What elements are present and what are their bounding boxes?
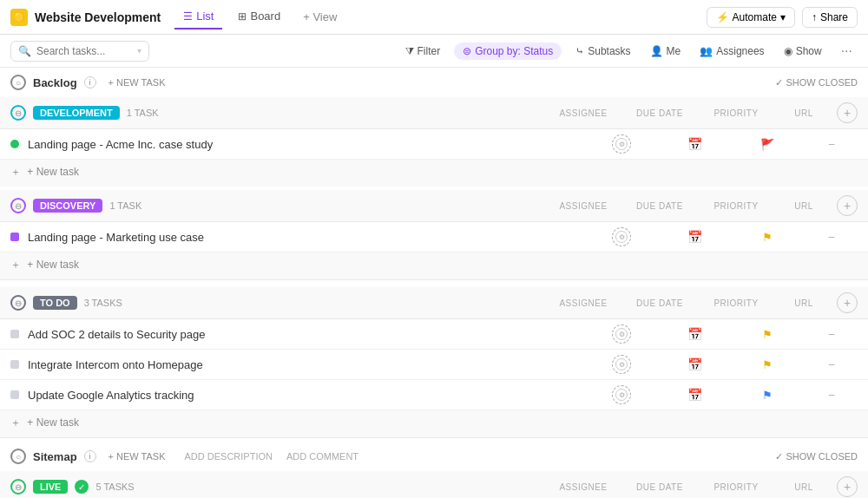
- task-due-date[interactable]: 📅: [660, 357, 729, 371]
- calendar-icon: 📅: [687, 388, 702, 402]
- calendar-icon: 📅: [687, 137, 702, 151]
- task-priority[interactable]: ⚑: [733, 328, 802, 341]
- task-status-dot: [10, 140, 19, 148]
- status-group-header-discovery: ⊖ DISCOVERY 1 TASK ASSIGNEE DUE DATE PRI…: [0, 190, 868, 222]
- new-task-button-sitemap[interactable]: + NEW TASK: [103, 449, 171, 463]
- calendar-icon: 📅: [687, 357, 702, 371]
- task-priority[interactable]: ⚑: [733, 231, 802, 244]
- me-button[interactable]: 👤 Me: [645, 43, 687, 60]
- add-task-development[interactable]: ＋ + New task: [0, 160, 868, 187]
- section-info-sitemap[interactable]: i: [84, 450, 96, 462]
- table-row: Add SOC 2 details to Security page ⚙ 📅 ⚑…: [0, 319, 868, 350]
- task-assignee[interactable]: ⚙: [587, 324, 656, 344]
- assignee-avatar[interactable]: ⚙: [612, 385, 631, 404]
- assignee-avatar[interactable]: ⚙: [612, 227, 631, 246]
- list-icon: ☰: [183, 10, 193, 23]
- add-col-button[interactable]: +: [837, 476, 858, 497]
- task-name[interactable]: Update Google Analytics tracking: [28, 389, 583, 402]
- group-toggle-development[interactable]: ⊖: [10, 105, 26, 121]
- task-priority[interactable]: ⚑: [733, 358, 802, 371]
- add-description-button[interactable]: ADD DESCRIPTION: [185, 451, 273, 462]
- task-name[interactable]: Integrate Intercom onto Homepage: [28, 358, 583, 371]
- show-closed-backlog[interactable]: ✓ SHOW CLOSED: [775, 77, 858, 88]
- add-col-button[interactable]: +: [837, 195, 858, 216]
- automate-button[interactable]: ⚡ Automate ▾: [707, 7, 795, 28]
- task-due-date[interactable]: 📅: [660, 137, 729, 151]
- assignee-avatar[interactable]: ⚙: [612, 134, 631, 154]
- tab-board[interactable]: ⊞ Board: [229, 4, 289, 29]
- col-due-label: DUE DATE: [625, 201, 694, 211]
- filter-button[interactable]: ⧩ Filter: [400, 43, 446, 60]
- task-priority[interactable]: 🚩: [733, 138, 802, 151]
- add-task-todo[interactable]: ＋ + New task: [0, 410, 868, 437]
- task-priority[interactable]: ⚑: [733, 389, 802, 402]
- task-status-dot: [10, 330, 19, 338]
- task-assignee[interactable]: ⚙: [587, 227, 656, 246]
- task-name[interactable]: Landing page - Acme Inc. case study: [28, 138, 583, 151]
- assignee-inner: ⚙: [615, 138, 628, 150]
- status-group-header-development: ⊖ DEVELOPMENT 1 TASK ASSIGNEE DUE DATE P…: [0, 97, 868, 129]
- task-url[interactable]: –: [806, 138, 858, 150]
- show-closed-sitemap[interactable]: ✓ SHOW CLOSED: [775, 451, 858, 462]
- status-badge-live: LIVE: [33, 480, 68, 494]
- more-options-button[interactable]: ···: [836, 42, 858, 61]
- task-due-date[interactable]: 📅: [660, 327, 729, 341]
- col-url-label: URL: [778, 108, 830, 118]
- add-task-discovery[interactable]: ＋ + New task: [0, 252, 868, 279]
- task-assignee[interactable]: ⚙: [587, 385, 656, 404]
- chevron-down-icon: ▾: [780, 11, 786, 23]
- assignee-avatar[interactable]: ⚙: [612, 355, 631, 374]
- add-view-button[interactable]: + View: [296, 7, 344, 27]
- task-url[interactable]: –: [806, 328, 858, 340]
- add-col-button[interactable]: +: [837, 102, 858, 123]
- task-name[interactable]: Add SOC 2 details to Security page: [28, 328, 583, 341]
- share-icon: ↑: [812, 11, 817, 23]
- subtasks-icon: ⤷: [575, 45, 584, 57]
- group-toggle-live[interactable]: ⊖: [10, 479, 26, 495]
- assignee-avatar[interactable]: ⚙: [612, 324, 631, 344]
- section-info-backlog[interactable]: i: [84, 76, 96, 88]
- task-assignee[interactable]: ⚙: [587, 355, 656, 374]
- col-url-label: URL: [778, 201, 830, 211]
- assignees-button[interactable]: 👥 Assignees: [694, 43, 769, 60]
- task-url[interactable]: –: [806, 389, 858, 401]
- status-group-header-live: ⊖ LIVE ✓ 5 TASKS ASSIGNEE DUE DATE PRIOR…: [0, 471, 868, 498]
- task-due-date[interactable]: 📅: [660, 230, 729, 244]
- section-header-backlog: ○ Backlog i + NEW TASK ✓ SHOW CLOSED: [0, 68, 868, 97]
- task-due-date[interactable]: 📅: [660, 388, 729, 402]
- board-icon: ⊞: [238, 10, 247, 23]
- search-box[interactable]: 🔍 ▾: [10, 41, 149, 62]
- check-icon: ✓: [775, 451, 783, 462]
- assignee-inner: ⚙: [615, 328, 628, 340]
- search-input[interactable]: [36, 45, 132, 57]
- share-button[interactable]: ↑ Share: [802, 7, 858, 28]
- check-icon: ✓: [775, 77, 783, 88]
- task-assignee[interactable]: ⚙: [587, 134, 656, 154]
- task-url[interactable]: –: [806, 231, 858, 243]
- add-col-button[interactable]: +: [837, 292, 858, 313]
- col-priority-label: PRIORITY: [701, 201, 771, 211]
- filter-actions: ⧩ Filter ⊜ Group by: Status ⤷ Subtasks 👤…: [400, 42, 858, 61]
- section-toggle-backlog[interactable]: ○: [10, 75, 26, 90]
- group-by-button[interactable]: ⊜ Group by: Status: [454, 43, 562, 60]
- group-toggle-discovery[interactable]: ⊖: [10, 198, 26, 213]
- show-button[interactable]: ◉ Show: [779, 43, 827, 60]
- search-icon: 🔍: [18, 45, 31, 57]
- section-toggle-sitemap[interactable]: ○: [10, 449, 26, 464]
- app-icon: 🟡: [10, 9, 28, 26]
- add-comment-button[interactable]: ADD COMMENT: [286, 451, 358, 462]
- group-toggle-todo[interactable]: ⊖: [10, 295, 26, 311]
- task-name[interactable]: Landing page - Marketing use case: [28, 231, 583, 244]
- task-url[interactable]: –: [806, 358, 858, 370]
- tab-list[interactable]: ☰ List: [174, 4, 222, 29]
- new-task-button-backlog[interactable]: + NEW TASK: [103, 75, 171, 89]
- subtasks-button[interactable]: ⤷ Subtasks: [570, 43, 635, 60]
- section-sitemap: ○ Sitemap i + NEW TASK ADD DESCRIPTION A…: [0, 442, 868, 498]
- col-url-label: URL: [778, 482, 830, 492]
- col-url-label: URL: [778, 298, 830, 308]
- col-priority-label: PRIORITY: [701, 298, 771, 308]
- priority-flag: ⚑: [762, 328, 773, 341]
- calendar-icon: 📅: [687, 230, 702, 244]
- plus-icon: ＋: [10, 416, 21, 429]
- status-badge-discovery: DISCOVERY: [33, 199, 102, 213]
